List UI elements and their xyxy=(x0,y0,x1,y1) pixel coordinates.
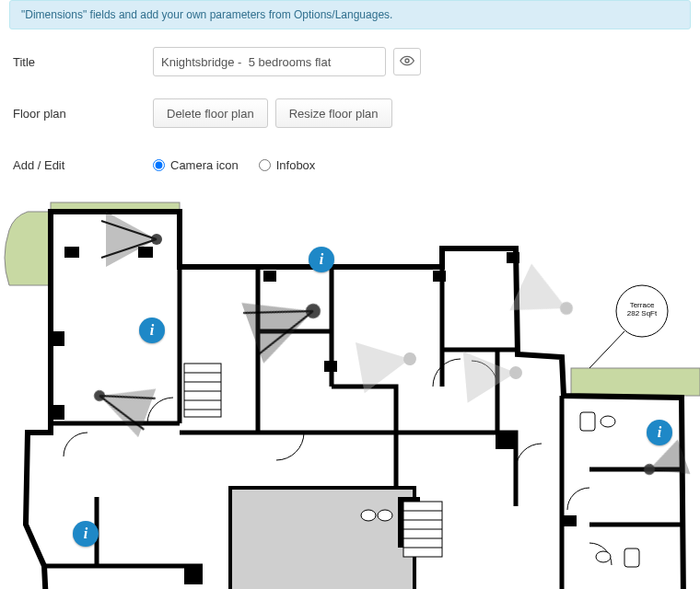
svg-point-33 xyxy=(596,551,611,562)
svg-rect-5 xyxy=(138,247,153,258)
floorplan-controls: Delete floor plan Resize floor plan xyxy=(153,98,392,128)
svg-rect-12 xyxy=(496,431,514,449)
radio-infobox-label: Infobox xyxy=(276,158,316,172)
info-marker[interactable]: i xyxy=(647,420,672,445)
row-floorplan: Floor plan Delete floor plan Resize floo… xyxy=(13,98,687,129)
svg-rect-6 xyxy=(53,331,64,346)
svg-rect-11 xyxy=(507,252,519,263)
floorplan-canvas[interactable]: Terrace 282 SqFt iiii xyxy=(0,193,700,589)
eye-icon xyxy=(400,53,414,71)
title-input[interactable] xyxy=(153,47,386,76)
delete-floorplan-button[interactable]: Delete floor plan xyxy=(153,98,268,128)
svg-rect-17 xyxy=(184,364,221,417)
svg-line-36 xyxy=(589,331,624,368)
svg-rect-15 xyxy=(564,515,577,526)
floorplan-svg xyxy=(0,193,700,589)
addedit-label: Add / Edit xyxy=(13,158,153,172)
svg-rect-34 xyxy=(624,549,639,567)
terrace-size: 282 SqFt xyxy=(626,310,658,318)
floorplan-label: Floor plan xyxy=(13,107,153,121)
row-addedit: Add / Edit Camera icon Infobox xyxy=(13,149,687,180)
info-marker[interactable]: i xyxy=(73,521,99,547)
svg-rect-16 xyxy=(184,566,203,584)
radio-infobox-input[interactable] xyxy=(259,159,271,171)
row-title: Title xyxy=(13,46,687,77)
svg-rect-8 xyxy=(263,271,276,282)
info-marker[interactable]: i xyxy=(139,318,165,343)
svg-point-29 xyxy=(361,510,376,521)
form-area: Title Floor plan Delete floor plan Resiz… xyxy=(0,46,700,180)
svg-rect-32 xyxy=(580,412,595,431)
info-marker[interactable]: i xyxy=(309,247,334,272)
title-label: Title xyxy=(13,55,153,69)
svg-rect-7 xyxy=(53,405,64,420)
svg-rect-10 xyxy=(433,271,446,282)
terrace-label: Terrace 282 SqFt xyxy=(626,302,658,318)
preview-button[interactable] xyxy=(393,48,421,75)
svg-point-0 xyxy=(405,59,409,63)
radio-camera-label: Camera icon xyxy=(170,158,239,172)
info-banner: "Dimensions" fields and add your own par… xyxy=(9,0,691,29)
radio-infobox-item[interactable]: Infobox xyxy=(259,158,316,172)
svg-rect-4 xyxy=(64,247,79,258)
addedit-radio-group: Camera icon Infobox xyxy=(153,158,315,172)
svg-point-31 xyxy=(601,416,615,427)
svg-rect-9 xyxy=(324,361,337,372)
svg-rect-3 xyxy=(230,488,414,589)
title-controls xyxy=(153,47,421,76)
radio-camera-item[interactable]: Camera icon xyxy=(153,158,239,172)
svg-point-30 xyxy=(378,510,392,521)
resize-floorplan-button[interactable]: Resize floor plan xyxy=(275,98,392,128)
radio-camera-input[interactable] xyxy=(153,159,165,171)
svg-rect-2 xyxy=(571,368,700,396)
